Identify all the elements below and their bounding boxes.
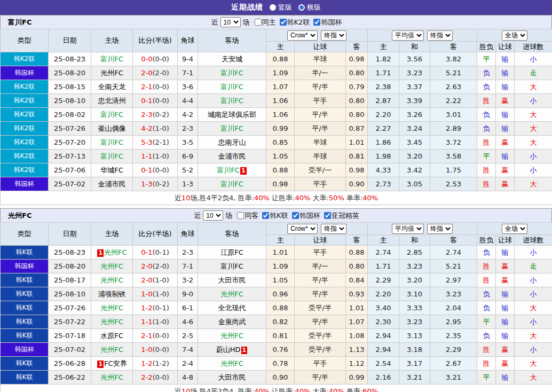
odds-cell: 1.71 <box>368 66 399 80</box>
odds-cell: 1.01 <box>266 246 295 260</box>
odds-cell: 3.20 <box>399 273 430 287</box>
result-cell: 负 <box>477 122 496 136</box>
date-cell: 25-08-02 <box>49 108 91 122</box>
filter-checkbox[interactable]: 亚冠精英 <box>324 211 359 221</box>
checkbox-label: 同主 <box>262 18 276 27</box>
odds-cell: 0.93 <box>346 287 368 301</box>
filter-checkbox[interactable]: 韩K2联 <box>280 18 310 27</box>
summary-part: 大率: <box>310 194 329 202</box>
score-cell: 0-1(0-0) <box>133 94 178 108</box>
summary-cell: 近10场,胜4平2负4, 胜率:40% 让胜率:40% 大率:50% 单率:40… <box>1 191 552 205</box>
layout-radio-horizontal[interactable]: 横版 <box>298 3 321 12</box>
odds-column-header: 和 <box>399 42 430 52</box>
team-bar: 光州FC近10场同客韩K联韩国杯亚冠精英 <box>0 208 552 222</box>
halftime-score: (0-0) <box>152 97 169 105</box>
filter-checkbox-input[interactable] <box>280 19 287 26</box>
odds-cell: 半球 <box>295 136 346 150</box>
score-cell: 0-0(0-0) <box>133 52 178 66</box>
corner-cell: 2-4 <box>178 357 198 371</box>
odds-cell: 3.72 <box>430 136 477 150</box>
filter-checkbox[interactable]: 同主 <box>255 18 276 27</box>
summary-part: 60% <box>362 387 378 392</box>
odds-source-select[interactable]: 全场 <box>502 30 527 41</box>
halftime-score: (1-0) <box>152 290 169 298</box>
league-badge: 韩K2联 <box>1 163 49 177</box>
summary-part: 近 <box>175 387 182 392</box>
filter-checkbox[interactable]: 韩国杯 <box>292 211 320 221</box>
odds-source-select[interactable]: 全场 <box>502 224 527 234</box>
date-cell: 25-08-17 <box>49 273 91 287</box>
filter-checkbox-input[interactable] <box>292 212 299 219</box>
odds-cell: 3.37 <box>399 80 430 94</box>
recent-count-select[interactable]: 10 <box>203 210 223 221</box>
filter-checkbox-input[interactable] <box>324 212 331 219</box>
home-team-cell: 光州FC <box>91 260 133 273</box>
odds-cell: 0.88 <box>266 163 295 177</box>
score-cell: 0-1(0-1) <box>133 246 178 260</box>
odds-cell: 3.26 <box>399 108 430 122</box>
team-name: 富川FC <box>8 18 31 27</box>
date-cell: 25-07-06 <box>49 163 91 177</box>
fulltime-score: 4-2 <box>141 124 152 132</box>
odds-cell: 0.81 <box>266 329 295 343</box>
league-badge: 韩K联 <box>1 246 49 260</box>
odds-cell: 1.06 <box>266 94 295 108</box>
odds-source-select[interactable]: Crow* <box>287 30 318 41</box>
fulltime-score: 2-0 <box>141 69 152 77</box>
odds-source-select[interactable]: 平均值 <box>392 224 424 234</box>
layout-radio-vertical[interactable]: 竖版 <box>270 3 292 12</box>
halftime-score: (0-0) <box>152 373 169 381</box>
odds-source-select[interactable]: 终指 <box>427 224 453 234</box>
odds-cell: 平/半 <box>295 273 346 287</box>
column-header: 日期 <box>49 29 91 52</box>
filter-checkbox-input[interactable] <box>255 19 262 26</box>
odds-cell: 2.04 <box>430 301 477 315</box>
result-cell: 胜 <box>477 136 496 150</box>
home-team-cell: 光州FC <box>91 301 133 315</box>
odds-source-select[interactable]: 终指 <box>427 30 453 41</box>
summary-part: 40% <box>329 387 344 392</box>
odds-cell: 3.05 <box>399 177 430 191</box>
team-link: 天安城 <box>222 55 242 63</box>
odds-cell: 1.09 <box>266 260 295 273</box>
result-cell: 小 <box>515 273 552 287</box>
summary-part: 40% <box>254 194 270 202</box>
odds-cell: 2.29 <box>368 273 399 287</box>
team-link: 金浦市民 <box>98 180 126 188</box>
filter-checkbox-input[interactable] <box>262 212 269 219</box>
corner-cell: 6-9 <box>178 150 198 163</box>
odds-source-select[interactable]: Crow* <box>287 224 318 234</box>
filter-checkbox[interactable]: 韩国杯 <box>313 18 342 27</box>
corner-cell: 4-4 <box>178 94 198 108</box>
team-link: 光州FC <box>100 346 123 354</box>
odds-source-select[interactable]: 终指 <box>321 224 346 234</box>
team-link: 江原FC <box>220 248 243 256</box>
away-team-cell: 光州FC <box>198 329 266 343</box>
filter-checkbox[interactable]: 同客 <box>237 211 258 221</box>
match-row: 韩K联25-08-17光州FC2-0(1-0)3-2大田市民1.05平/半0.8… <box>1 273 552 287</box>
result-cell: 输 <box>496 80 515 94</box>
odds-source-select[interactable]: 终指 <box>321 30 346 41</box>
result-cell: 小 <box>515 150 552 163</box>
odds-cell: 3.23 <box>399 260 430 273</box>
filter-checkbox-input[interactable] <box>237 212 244 219</box>
team-link: 富川FC <box>220 97 243 105</box>
odds-cell: 1.05 <box>266 150 295 163</box>
home-team-cell: 1光州FC <box>91 246 133 260</box>
filter-checkbox-input[interactable] <box>313 19 320 26</box>
corner-cell: 3-5 <box>178 136 198 150</box>
odds-cell: 平/半 <box>295 108 346 122</box>
rank-badge: 1 <box>97 249 104 257</box>
home-team-cell: 金浦市民 <box>91 177 133 191</box>
summary-part: 场,胜4平2负4, 胜率: <box>190 194 254 202</box>
filter-checkbox[interactable]: 韩K联 <box>262 211 288 221</box>
odds-cell: 3.20 <box>399 150 430 163</box>
odds-source-select[interactable]: 平均值 <box>392 30 424 41</box>
fulltime-score: 2-2 <box>141 373 152 381</box>
recent-count-select[interactable]: 10 <box>220 17 241 27</box>
odds-cell: 1.98 <box>368 150 399 163</box>
odds-source-header-group: Crow*终指 <box>266 29 368 42</box>
team-link: 富川FC <box>100 138 123 146</box>
odds-cell: 2.27 <box>368 122 399 136</box>
fulltime-score: 2-1 <box>141 83 152 91</box>
